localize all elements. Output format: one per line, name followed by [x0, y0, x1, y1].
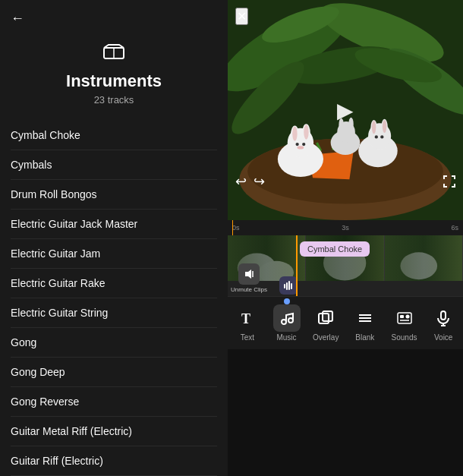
track-item[interactable]: Electric Guitar Rake: [11, 269, 217, 298]
svg-point-31: [383, 120, 386, 133]
instruments-header: Instruments 23 tracks: [0, 0, 228, 121]
toolbar-overlay-icon: [312, 304, 339, 332]
instruments-panel: ← Instruments 23 tracks Cymbal ChokeCymb…: [0, 0, 228, 476]
track-item[interactable]: Guitar Metal Riff (Electric): [11, 417, 217, 446]
video-container: ✕ 0:02 / 1:05 ⚙: [228, 0, 463, 220]
track-item[interactable]: Gong: [11, 328, 217, 358]
toolbar-blank-icon: [351, 304, 379, 332]
toolbar-blank-label: Blank: [355, 333, 374, 342]
toolbar-item-blank[interactable]: Blank: [345, 304, 385, 342]
svg-point-32: [375, 135, 378, 138]
bottom-toolbar: T Text Music Overl: [228, 296, 463, 349]
svg-rect-60: [400, 315, 404, 318]
unmute-icon[interactable]: [238, 263, 260, 285]
track-item[interactable]: Electric Guitar String: [11, 298, 217, 328]
instruments-title: Instruments: [66, 71, 162, 91]
toolbar-overlay-label: Overlay: [313, 333, 339, 342]
svg-rect-49: [288, 281, 290, 290]
track-item[interactable]: Gong Deep: [11, 358, 217, 387]
timeline-mark-3: 3s: [342, 224, 349, 232]
track-item[interactable]: Electric Guitar Jack Master: [11, 210, 217, 239]
toolbar-item-voice[interactable]: Voice: [424, 304, 463, 342]
toolbar-voice-label: Voice: [434, 333, 452, 342]
toolbar-music-label: Music: [276, 333, 296, 342]
toolbar-music-icon: [273, 304, 301, 332]
instruments-subtitle: 23 tracks: [94, 94, 134, 106]
toolbar-voice-icon: [430, 304, 457, 332]
svg-point-21: [292, 126, 297, 140]
unmute-popup: Unmute Clips: [231, 263, 267, 293]
svg-point-61: [405, 315, 409, 319]
svg-text:T: T: [241, 311, 250, 326]
svg-point-33: [380, 135, 383, 138]
svg-point-22: [304, 125, 308, 139]
waveform-row: [273, 278, 463, 293]
toolbar-sounds-icon: [391, 304, 418, 332]
cymbal-choke-clip[interactable]: Cymbal Choke: [300, 241, 370, 257]
track-list: Cymbal ChokeCymbalsDrum Roll BongosElect…: [0, 121, 228, 476]
timeline-progress: [232, 220, 233, 235]
svg-rect-59: [398, 313, 411, 323]
timeline-marks: 0s 3s 6s: [232, 224, 458, 232]
toolbar-text-icon: T: [234, 304, 261, 332]
svg-rect-50: [291, 283, 292, 289]
toolbar-item-overlay[interactable]: Overlay: [306, 304, 345, 342]
video-redo-icon[interactable]: ↪: [254, 173, 265, 190]
svg-point-30: [372, 121, 376, 134]
track-item[interactable]: Drum Roll Bongos: [11, 180, 217, 210]
toolbar-item-text[interactable]: T Text: [228, 304, 267, 342]
music-active-dot: [284, 298, 290, 304]
timeline-mark-0: 0s: [232, 224, 240, 232]
svg-point-24: [302, 143, 305, 146]
svg-marker-45: [245, 270, 251, 279]
video-close-button[interactable]: ✕: [235, 8, 248, 25]
video-play-button[interactable]: ▶: [337, 98, 354, 123]
right-panel: ✕ 0:02 / 1:05 ⚙: [228, 0, 463, 476]
track-item[interactable]: Gong Reverse: [11, 387, 217, 417]
toolbar-item-sounds[interactable]: Sounds: [385, 304, 424, 342]
video-fullscreen-icon[interactable]: [443, 175, 455, 190]
clip-thumb-3: [385, 235, 463, 281]
toolbar-text-label: Text: [241, 333, 254, 342]
track-item[interactable]: Electric Guitar Jam: [11, 239, 217, 269]
track-item[interactable]: Cymbal Choke: [11, 121, 217, 150]
svg-point-25: [298, 146, 304, 149]
orange-playhead: [296, 235, 298, 296]
track-item[interactable]: Cymbals: [11, 150, 217, 180]
waveform-button[interactable]: [279, 276, 298, 295]
svg-rect-47: [284, 284, 285, 288]
unmute-label: Unmute Clips: [231, 286, 267, 293]
timeline-mark-6: 6s: [451, 224, 458, 232]
video-undo-icon[interactable]: ↩: [235, 173, 247, 190]
instruments-icon: [102, 42, 125, 65]
toolbar-sounds-label: Sounds: [392, 333, 417, 342]
svg-rect-55: [323, 311, 332, 321]
svg-rect-63: [441, 311, 446, 320]
back-button[interactable]: ←: [11, 11, 24, 27]
svg-point-44: [400, 252, 437, 279]
svg-rect-48: [286, 282, 288, 290]
clips-area: Unmute Clips Cymbal Choke: [228, 235, 463, 296]
timeline-bar: 0s 3s 6s: [228, 220, 463, 235]
svg-point-23: [295, 143, 298, 146]
svg-rect-43: [385, 235, 462, 281]
track-item[interactable]: Guitar Riff (Electric): [11, 446, 217, 476]
toolbar-item-music[interactable]: Music: [267, 304, 307, 342]
